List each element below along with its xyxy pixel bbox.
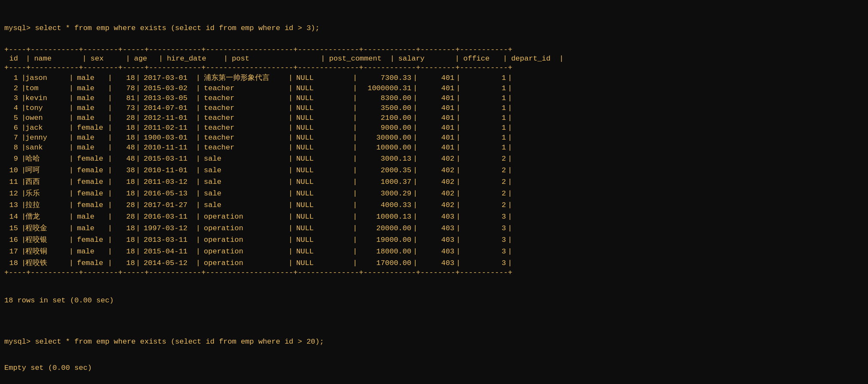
header-divider: +----+-----------+--------+-----+-------… (4, 64, 864, 72)
query1-line: mysql> select * from emp where exists (s… (4, 24, 864, 32)
table-row: 2|tom|male|78|2015-03-02|teacher|NULL|10… (4, 83, 864, 93)
table-row: 12|乐乐|female|18|2016-05-13|sale|NULL|300… (4, 187, 864, 199)
table-row: 4|tony|male|73|2014-07-01|teacher|NULL|3… (4, 103, 864, 113)
col-hire-date: hire_date (164, 55, 219, 63)
table-row: 14|僧龙|male|28|2016-03-11|operation|NULL|… (4, 210, 864, 222)
result1-footer: 18 rows in set (0.00 sec) (0, 277, 868, 318)
table-row: 3|kevin|male|81|2013-03-05|teacher|NULL|… (4, 93, 864, 103)
table-row: 18|程咬铁|female|18|2014-05-12|operation|NU… (4, 257, 864, 268)
col-post: post (228, 55, 316, 63)
col-depart-id: depart_id (508, 55, 555, 63)
table-body: 1|jason|male|18|2017-03-01|浦东第一帅形象代言|NUL… (4, 72, 864, 268)
top-divider: +----+-----------+--------+-----+-------… (4, 46, 864, 54)
terminal: mysql> select * from emp where exists (s… (0, 4, 868, 46)
col-salary: salary (395, 55, 451, 63)
col-name: name (30, 55, 78, 63)
col-id: id (4, 55, 21, 63)
table-row: 8|sank|male|48|2010-11-11|teacher|NULL|1… (4, 143, 864, 152)
query2-section: mysql> select * from emp where exists (s… (0, 318, 868, 384)
table-row: 7|jenny|male|18|1900-03-01|teacher|NULL|… (4, 133, 864, 143)
table-row: 1|jason|male|18|2017-03-01|浦东第一帅形象代言|NUL… (4, 72, 864, 83)
col-sex: sex (87, 55, 121, 63)
table-row: 15|程咬金|male|18|1997-03-12|operation|NULL… (4, 222, 864, 234)
table-row: 6|jack|female|18|2011-02-11|teacher|NULL… (4, 123, 864, 133)
table-row: 13|拉拉|female|28|2017-01-27|sale|NULL|400… (4, 199, 864, 210)
table-row: 10|呵呵|female|38|2010-11-01|sale|NULL|200… (4, 164, 864, 176)
table-row: 9|哈哈|female|48|2015-03-11|sale|NULL|3000… (4, 152, 864, 164)
table-row: 5|owen|male|28|2012-11-01|teacher|NULL|2… (4, 113, 864, 123)
bottom-divider: +----+-----------+--------+-----+-------… (4, 268, 864, 277)
table-row: 11|西西|female|18|2011-03-12|sale|NULL|100… (4, 176, 864, 187)
table-row: 17|程咬铜|male|18|2015-04-11|operation|NULL… (4, 245, 864, 257)
col-age: age (131, 55, 154, 63)
table-row: 16|程咬银|female|18|2013-03-11|operation|NU… (4, 234, 864, 245)
col-office: office (460, 55, 498, 63)
col-post-comment: post_comment (325, 55, 385, 63)
